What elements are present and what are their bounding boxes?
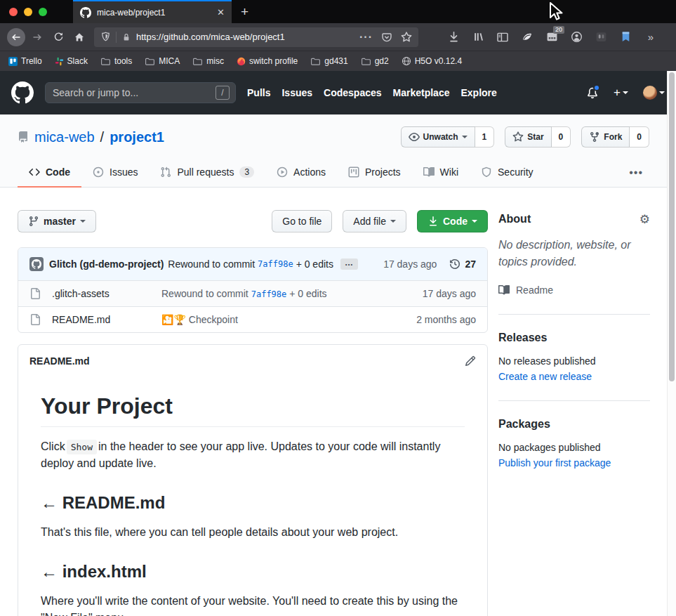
watch-button-group: Unwatch 1	[401, 126, 495, 148]
tab-actions[interactable]: Actions	[265, 158, 337, 188]
page-scrollbar[interactable]	[667, 71, 676, 616]
create-release-link[interactable]: Create a new release	[498, 371, 592, 382]
bookmark-folder-misc[interactable]: misc	[192, 56, 224, 67]
library-button[interactable]	[471, 30, 485, 44]
reload-button[interactable]	[48, 27, 69, 48]
releases-empty-text: No releases published	[498, 355, 650, 367]
extension-button-2[interactable]: 20	[545, 30, 559, 44]
tab-pull-requests[interactable]: Pull requests 3	[149, 158, 265, 188]
table-row[interactable]: README.md 🎦🏆 Checkpoint 2 months ago	[18, 306, 487, 332]
slash-key-hint: /	[216, 86, 230, 100]
commit-author-link[interactable]: Glitch (gd-demo-project)	[49, 258, 164, 270]
repo-sidebar: About ⚙ No description, website, or topi…	[498, 210, 650, 468]
fork-button[interactable]: Fork	[581, 126, 630, 148]
unwatch-button[interactable]: Unwatch	[401, 126, 475, 148]
firefox-icon	[237, 57, 246, 66]
close-window-button[interactable]	[9, 8, 18, 16]
extension-button-3[interactable]	[594, 30, 608, 44]
commit-sha-link[interactable]: 7aff98e	[258, 259, 293, 269]
breadcrumb: mica-web / project1	[18, 129, 164, 145]
tab-overflow-button[interactable]: •••	[614, 166, 658, 179]
extension-badge: 20	[553, 26, 564, 34]
tab-code[interactable]: Code	[18, 158, 81, 188]
github-search-box[interactable]: /	[45, 82, 236, 103]
bookmark-folder-mica[interactable]: MICA	[145, 56, 180, 67]
bookmark-folder-gd431[interactable]: gd431	[310, 56, 347, 67]
nav-marketplace[interactable]: Marketplace	[393, 87, 450, 98]
star-button-group: Star 0	[505, 126, 571, 148]
browser-tab[interactable]: mica-web/project1 ✕	[73, 0, 232, 23]
bookmark-star-icon[interactable]	[401, 32, 412, 43]
folder-icon	[361, 56, 371, 67]
file-name-link[interactable]: .glitch-assets	[52, 288, 161, 299]
nav-pulls[interactable]: Pulls	[247, 87, 270, 98]
nav-explore[interactable]: Explore	[460, 87, 496, 98]
forward-button[interactable]	[27, 27, 48, 48]
notes-button[interactable]	[618, 30, 632, 44]
file-commit-message[interactable]: Rewound to commit7aff98e+ 0 edits	[161, 288, 414, 299]
tab-wiki[interactable]: Wiki	[412, 158, 470, 188]
repo-name-link[interactable]: project1	[110, 129, 164, 145]
notifications-button[interactable]	[586, 86, 599, 99]
file-commit-message[interactable]: 🎦🏆 Checkpoint	[161, 314, 408, 325]
downloads-button[interactable]	[446, 30, 460, 44]
commit-sha-link[interactable]: 7aff98e	[251, 289, 287, 299]
pocket-icon[interactable]	[381, 32, 392, 43]
go-to-file-button[interactable]: Go to file	[272, 210, 332, 232]
bookmark-slack[interactable]: Slack	[55, 56, 88, 66]
file-name-link[interactable]: README.md	[52, 314, 161, 325]
tab-projects[interactable]: Projects	[337, 158, 412, 188]
commit-author-avatar[interactable]	[29, 257, 44, 271]
readme-heading-readme: ← README.md	[41, 493, 465, 513]
watchers-count[interactable]: 1	[475, 126, 495, 148]
scrollbar-thumb[interactable]	[669, 72, 675, 381]
repo-owner-link[interactable]: mica-web	[34, 129, 95, 145]
nav-issues[interactable]: Issues	[281, 87, 312, 98]
bookmark-folder-tools[interactable]: tools	[100, 56, 132, 67]
code-download-button[interactable]: Code	[417, 210, 488, 232]
bookmark-switch-profile[interactable]: switch profile	[237, 56, 298, 66]
publish-package-link[interactable]: Publish your first package	[498, 457, 611, 468]
lock-icon[interactable]	[121, 32, 131, 42]
add-file-button[interactable]: Add file	[343, 210, 406, 232]
table-row[interactable]: .glitch-assets Rewound to commit7aff98e+…	[18, 280, 487, 306]
github-favicon	[80, 7, 91, 18]
bookmark-trello[interactable]: Trello	[8, 56, 42, 66]
github-logo[interactable]	[11, 81, 34, 104]
pull-request-icon	[160, 166, 171, 178]
url-text[interactable]: https://github.com/mica-web/project1	[136, 32, 354, 42]
create-new-button[interactable]: +	[614, 86, 628, 100]
edit-readme-button[interactable]	[465, 355, 476, 367]
tracking-protection-shield-icon[interactable]	[100, 32, 111, 42]
bookmark-folder-gd2[interactable]: gd2	[361, 56, 389, 67]
new-tab-button[interactable]: +	[232, 0, 258, 23]
readme-link[interactable]: Readme	[498, 284, 650, 296]
gear-icon[interactable]: ⚙	[639, 214, 650, 225]
branch-select-button[interactable]: master	[18, 210, 96, 232]
bookmark-h5o[interactable]: H5O v0.12.4	[402, 56, 462, 66]
readme-heading-index: ← index.html	[41, 562, 465, 582]
commit-history-link[interactable]: 27	[449, 258, 476, 270]
address-bar[interactable]: https://github.com/mica-web/project1 ···	[94, 27, 418, 47]
back-button[interactable]	[6, 27, 27, 48]
stars-count[interactable]: 0	[552, 126, 571, 148]
minimize-window-button[interactable]	[24, 8, 32, 16]
nav-codespaces[interactable]: Codespaces	[324, 87, 381, 98]
home-button[interactable]	[69, 27, 90, 48]
tab-issues[interactable]: Issues	[81, 158, 149, 188]
tab-close-icon[interactable]: ✕	[217, 7, 225, 18]
search-input[interactable]	[51, 86, 216, 99]
tab-security[interactable]: Security	[470, 158, 545, 188]
extension-button-1[interactable]	[520, 30, 534, 44]
page-actions-icon[interactable]: ···	[359, 31, 373, 44]
profile-menu-button[interactable]	[643, 86, 665, 100]
commit-message-expand-button[interactable]: …	[340, 258, 358, 270]
zoom-window-button[interactable]	[39, 8, 47, 16]
commit-message[interactable]: Rewound to commit	[168, 258, 255, 270]
forks-count[interactable]: 0	[630, 126, 649, 148]
sidebar-toggle-button[interactable]	[496, 30, 510, 44]
overflow-menu-button[interactable]: »	[643, 30, 657, 44]
star-button[interactable]: Star	[505, 126, 551, 148]
account-button[interactable]	[569, 30, 583, 44]
sidebar-divider	[498, 314, 650, 315]
